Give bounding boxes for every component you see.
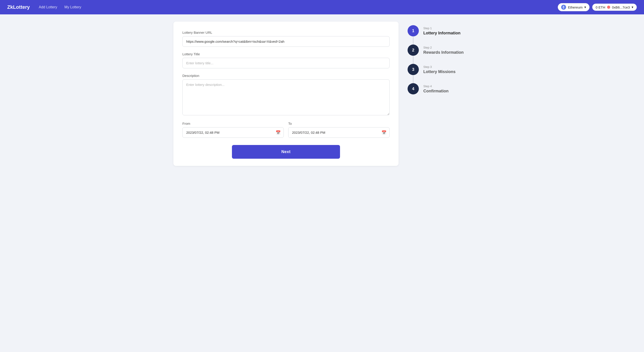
to-group: To 📅	[288, 122, 390, 138]
step-title-4: Confirmation	[423, 89, 448, 94]
wallet-button[interactable]: 0 ETH 0xB6...7ce3 ▾	[592, 3, 637, 11]
description-textarea[interactable]	[182, 79, 390, 115]
title-label: Lottery Title	[182, 52, 390, 56]
next-button[interactable]: Next	[232, 145, 340, 159]
step-circle-3: 3	[408, 64, 419, 75]
from-label: From	[182, 122, 284, 125]
wallet-chevron: ▾	[632, 5, 634, 9]
step-item-4: 4 Step 4 Confirmation	[408, 83, 470, 103]
wallet-address: 0xB6...7ce3	[612, 5, 630, 9]
step-title-1: Lottery Information	[423, 31, 460, 35]
network-label: Ethereum	[568, 5, 582, 9]
from-date-input[interactable]	[182, 127, 284, 138]
step-item-3: 3 Step 3 Lottery Missions	[408, 64, 470, 83]
to-label: To	[288, 122, 390, 125]
title-input[interactable]	[182, 58, 390, 68]
step-label-2: Step 2	[423, 46, 464, 49]
step-label-4: Step 4	[423, 85, 448, 88]
date-row: From 📅 To 📅	[182, 122, 390, 138]
step-circle-2: 2	[408, 44, 419, 56]
ethereum-icon	[561, 5, 566, 10]
stepper: 1 Step 1 Lottery Information 2 Step 2 Re…	[408, 21, 470, 166]
step-content-3: Step 3 Lottery Missions	[423, 64, 456, 83]
step-item-2: 2 Step 2 Rewards Information	[408, 44, 470, 64]
main-container: Lottery Banner URL Lottery Title Descrip…	[164, 14, 480, 173]
banner-label: Lottery Banner URL	[182, 30, 390, 34]
to-input-wrapper: 📅	[288, 127, 390, 138]
nav-my-lottery[interactable]: My Lottery	[64, 5, 81, 9]
step-item-1: 1 Step 1 Lottery Information	[408, 25, 470, 44]
form-card: Lottery Banner URL Lottery Title Descrip…	[174, 21, 398, 166]
to-date-input[interactable]	[288, 127, 390, 138]
description-label: Description	[182, 74, 390, 78]
nav-add-lottery[interactable]: Add Lottery	[39, 5, 57, 9]
brand-logo[interactable]: ZkLottery	[7, 4, 30, 10]
step-circle-4: 4	[408, 83, 419, 94]
navbar: ZkLottery Add Lottery My Lottery Ethereu…	[0, 0, 644, 14]
step-title-3: Lottery Missions	[423, 69, 456, 74]
step-title-2: Rewards Information	[423, 50, 464, 55]
network-chevron: ▾	[584, 5, 586, 9]
wallet-status-dot	[607, 6, 610, 9]
step-label-1: Step 1	[423, 26, 460, 30]
step-content-1: Step 1 Lottery Information	[423, 25, 460, 44]
from-input-wrapper: 📅	[182, 127, 284, 138]
step-label-3: Step 3	[423, 65, 456, 69]
wallet-balance: 0 ETH	[596, 5, 605, 9]
from-group: From 📅	[182, 122, 284, 138]
navbar-right: Ethereum ▾ 0 ETH 0xB6...7ce3 ▾	[558, 3, 637, 11]
step-content-4: Step 4 Confirmation	[423, 83, 448, 103]
step-circle-1: 1	[408, 25, 419, 36]
step-content-2: Step 2 Rewards Information	[423, 44, 464, 64]
nav-links: Add Lottery My Lottery	[39, 5, 558, 9]
banner-url-input[interactable]	[182, 36, 390, 47]
network-selector[interactable]: Ethereum ▾	[558, 3, 590, 11]
